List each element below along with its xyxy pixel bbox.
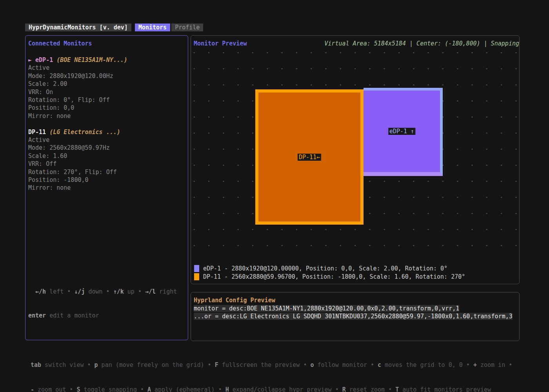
key-hint: ↓/j [74,288,85,295]
key-hint: ↑/k [113,288,124,295]
legend-color-swatch [194,265,199,272]
monitor-preview-title: Monitor Preview [194,40,247,47]
monitor-detail-line: Mirror: none [28,184,186,192]
monitor-entry-header: ► eDP-1 (BOE NE135A1M-NY...) [28,56,186,64]
key-hint: ←/h [35,288,46,295]
preview-legend: eDP-1 - 2880x1920@120.00000, Position: 0… [194,265,465,281]
config-line: ...or = desc:LG Electronics LG SDQHD 301… [194,312,519,320]
tab-bar: HyprDynamicMonitors [v. dev] Monitors Pr… [25,23,203,32]
monitor-preview-panel: Monitor Preview Virtual Area: 5184x5184 … [191,35,520,284]
key-hint: T [395,386,399,392]
monitor-detail-line: Mode: 2880x1920@120.00Hz [28,72,186,80]
monitor-detail-line: Rotation: 0°, Flip: Off [28,96,186,104]
monitor-name: DP-11 [28,129,46,136]
config-line-text: monitor = desc:BOE NE135A1M-NY1,2880x192… [194,305,459,312]
key-hint: →/l [145,288,156,295]
help-bar-line-2: - zoom out • S toggle snapping • A apply… [31,386,533,392]
monitor-detail-line: VRR: Off [28,160,186,168]
monitor-description: (BOE NE135A1M-NY...) [56,56,127,64]
legend-row: eDP-1 - 2880x1920@120.00000, Position: 0… [194,265,465,272]
monitor-name: eDP-1 [35,56,53,64]
help-bar: tab switch view • p pan (move freely on … [31,345,533,392]
monitor-list: ► eDP-1 (BOE NE135A1M-NY...)ActiveMode: … [28,56,186,200]
monitor-detail-line: Rotation: 270°, Flip: Off [28,168,186,176]
key-hint: tab [31,361,41,368]
monitor-detail-line: Scale: 2.00 [28,80,186,88]
monitor-detail-line: Mirror: none [28,112,186,120]
monitor-list-nav-hints: ←/h left • ↓/j down • ↑/k up • →/l right… [28,272,177,336]
key-hint: H [225,386,229,392]
monitor-detail-line: Position: 0,0 [28,104,186,112]
connected-monitors-title: Connected Monitors [28,40,92,47]
monitor-entry-header: DP-11 (LG Electronics ...) [28,128,186,136]
help-bar-line-1: tab switch view • p pan (move freely on … [31,361,533,369]
key-hint: - [31,386,34,392]
preview-monitor-dp11-label: DP-11← [298,154,321,161]
key-hint: c [378,361,381,368]
monitor-list-item[interactable]: DP-11 (LG Electronics ...)ActiveMode: 25… [28,128,186,192]
hyprland-config-lines: monitor = desc:BOE NE135A1M-NY1,2880x192… [194,305,519,321]
key-hint: A [147,386,151,392]
key-hint: + [473,361,477,368]
monitor-detail-line: Position: -1800,0 [28,176,186,184]
key-hint: p [95,361,98,368]
virtual-area-status: Virtual Area: 5184x5184 | Center: (-180,… [324,40,519,47]
monitor-detail-line: Active [28,136,186,144]
monitor-detail-line: Mode: 2560x2880@59.97Hz [28,144,186,152]
preview-monitor-dp11[interactable]: DP-11← [255,89,364,225]
legend-row: DP-11 - 2560x2880@59.96700, Position: -1… [194,273,465,281]
enter-hint-line: enter edit a monitor [28,312,177,319]
tab-profile[interactable]: Profile [171,24,203,31]
key-hint: S [76,386,80,392]
monitor-description: (LG Electronics ...) [49,129,120,136]
config-line-text: ...or = desc:LG Electronics LG SDQHD 301… [194,313,513,320]
connected-monitors-panel: Connected Monitors ► eDP-1 (BOE NE135A1M… [25,35,188,340]
key-hint: F [215,361,218,368]
preview-monitor-edp1-label: eDP-1 ↑ [388,128,415,135]
key-hint: o [310,361,314,368]
monitor-detail-line: Active [28,64,186,72]
preview-monitor-edp1[interactable]: eDP-1 ↑ [364,88,443,176]
legend-text: DP-11 - 2560x2880@59.96700, Position: -1… [203,273,465,281]
app-window: HyprDynamicMonitors [v. dev] Monitors Pr… [0,0,549,392]
monitor-list-item[interactable]: ► eDP-1 (BOE NE135A1M-NY...)ActiveMode: … [28,56,186,120]
legend-color-swatch [194,273,199,280]
hyprland-config-panel: Hyprland Config Preview monitor = desc:B… [191,292,520,341]
key-hint: R [342,386,346,392]
nav-hints-line: ←/h left • ↓/j down • ↑/k up • →/l right [28,288,177,296]
app-title: HyprDynamicMonitors [v. dev] [25,24,131,31]
legend-text: eDP-1 - 2880x1920@120.00000, Position: 0… [203,265,447,272]
selection-arrow-icon: ► [28,56,35,64]
hyprland-config-title: Hyprland Config Preview [194,297,275,304]
tab-monitors[interactable]: Monitors [135,24,170,31]
config-line: monitor = desc:BOE NE135A1M-NY1,2880x192… [194,305,519,312]
key-hint: enter [28,312,46,319]
monitor-detail-line: Scale: 1.60 [28,152,186,160]
monitor-detail-line: VRR: On [28,88,186,96]
